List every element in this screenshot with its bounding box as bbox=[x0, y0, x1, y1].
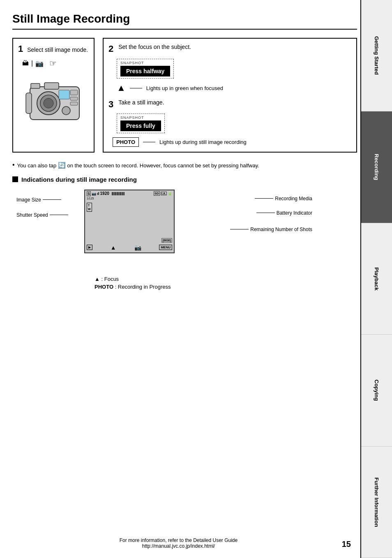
sidebar-tab-further-info[interactable]: Further Information bbox=[361, 447, 392, 558]
bat-bar-7 bbox=[122, 192, 123, 195]
svg-rect-6 bbox=[70, 90, 78, 95]
recording-media-label: Recording Media bbox=[275, 196, 312, 201]
footer: For more information, refer to the Detai… bbox=[0, 537, 357, 549]
bullet-point: • bbox=[12, 161, 15, 169]
bat-bar-5 bbox=[118, 192, 120, 195]
screen-play-icon: ▶ bbox=[87, 245, 92, 250]
bat-bar-6 bbox=[120, 192, 121, 195]
snapshot-label-step2: SNAPSHOT bbox=[120, 61, 144, 65]
footer-url: http://manual.jvc.co.jp/index.html/ bbox=[0, 543, 357, 549]
legend-area: ▲ : Focus PHOTO : Recording in Progress bbox=[95, 276, 357, 290]
indications-label: Indications during still image recording bbox=[21, 176, 137, 183]
screen-ia-box: I.A. bbox=[161, 192, 167, 195]
w-button: W bbox=[88, 207, 91, 211]
screen-camera-small-icon: 📷 bbox=[92, 192, 96, 196]
screen-remaining-value: [6630] bbox=[163, 239, 171, 242]
legend-photo: PHOTO : Recording in Progress bbox=[95, 284, 357, 290]
camera-diagram bbox=[18, 74, 89, 130]
svg-rect-4 bbox=[44, 83, 59, 89]
right-sidebar: Getting Started Recording Playback Copyi… bbox=[361, 0, 392, 558]
screen-right-icons: SD I.A. 🔋 bbox=[154, 191, 172, 196]
image-size-line bbox=[43, 199, 61, 200]
screen-resolution: d bbox=[97, 192, 99, 196]
bat-bar-4 bbox=[117, 192, 118, 195]
image-size-annotation: Image Size bbox=[16, 197, 61, 203]
remaining-shots-annotation: Remaining Number of Shots bbox=[230, 227, 312, 232]
battery-indicator-annotation: Battery Indicator bbox=[256, 210, 312, 216]
indications-section: Indications during still image recording… bbox=[12, 176, 357, 290]
screen-mockup-container: S 📷 d 1920 bbox=[80, 190, 179, 253]
footer-text: For more information, refer to the Detai… bbox=[0, 537, 357, 543]
bat-bar-1 bbox=[112, 192, 113, 195]
svg-point-11 bbox=[62, 107, 70, 115]
screen-shutter-display: 1/125 bbox=[85, 197, 174, 200]
bat-bar-3 bbox=[115, 192, 116, 195]
step2-header: 2 Set the focus on the subject. bbox=[108, 44, 351, 54]
photo-mode-icon: 📷 bbox=[35, 60, 44, 67]
screen-menu-btn: MENU bbox=[159, 245, 172, 250]
shutter-speed-label: Shutter Speed bbox=[16, 212, 48, 218]
still-mode-icon: 🏔 bbox=[22, 60, 29, 67]
section-marker bbox=[12, 176, 18, 182]
remaining-shots-label: Remaining Number of Shots bbox=[250, 227, 312, 232]
snapshot-label-step3: SNAPSHOT bbox=[120, 116, 144, 120]
svg-rect-8 bbox=[70, 102, 78, 105]
step3-number: 3 bbox=[108, 99, 113, 110]
press-fully-btn: Press fully bbox=[120, 120, 161, 131]
camera-svg bbox=[22, 74, 85, 128]
screen-camera-bottom-icon: 📷 bbox=[134, 244, 141, 251]
svg-point-3 bbox=[44, 98, 53, 108]
screen-top-bar: S 📷 d 1920 bbox=[85, 190, 174, 197]
legend-photo-label: PHOTO bbox=[95, 284, 113, 290]
sidebar-tab-getting-started[interactable]: Getting Started bbox=[361, 0, 392, 111]
focus-person-icon: ▲ bbox=[117, 83, 126, 93]
photo-label: PHOTO bbox=[113, 137, 139, 147]
legend-focus-label: : Focus bbox=[101, 276, 119, 282]
focus-description: Lights up in green when focused bbox=[146, 85, 223, 91]
battery-bars bbox=[112, 192, 125, 195]
screen-tw-buttons: T W bbox=[87, 203, 92, 212]
press-halfway-box: SNAPSHOT Press halfway bbox=[117, 59, 174, 79]
recording-media-annotation: Recording Media bbox=[255, 196, 312, 201]
svg-rect-7 bbox=[70, 97, 78, 100]
sidebar-tab-playback[interactable]: Playback bbox=[361, 223, 392, 335]
press-fully-box: SNAPSHOT Press fully bbox=[117, 113, 165, 133]
sidebar-tab-copying[interactable]: Copying bbox=[361, 335, 392, 446]
screen-media-icon: SD bbox=[154, 191, 160, 196]
main-content: Still Image Recording 1 Select still ima… bbox=[12, 0, 357, 290]
step1-number: 1 bbox=[18, 44, 23, 54]
page-title: Still Image Recording bbox=[12, 12, 357, 30]
legend-photo-desc: : Recording in Progress bbox=[115, 284, 171, 290]
note-text: You can also tap 🔄 on the touch screen t… bbox=[17, 161, 259, 170]
photo-indicator-row: PHOTO Lights up during still image recor… bbox=[113, 137, 351, 147]
svg-rect-5 bbox=[31, 83, 40, 88]
focus-indicator-row: ▲ Lights up in green when focused bbox=[117, 83, 351, 93]
svg-rect-9 bbox=[26, 93, 32, 113]
bat-bar-2 bbox=[113, 192, 115, 195]
legend-focus: ▲ : Focus bbox=[95, 276, 357, 282]
step1-text: Select still image mode. bbox=[27, 46, 88, 53]
divider-icon: | bbox=[31, 60, 33, 67]
sidebar-tab-recording[interactable]: Recording bbox=[361, 111, 392, 223]
press-halfway-btn: Press halfway bbox=[120, 66, 170, 76]
step2-number: 2 bbox=[108, 44, 113, 54]
step23-box: 2 Set the focus on the subject. SNAPSHOT… bbox=[103, 38, 357, 153]
focus-line bbox=[130, 88, 142, 88]
camera-touch-icon: 🔄 bbox=[58, 162, 66, 169]
screen-s-icon: S bbox=[87, 191, 91, 196]
remaining-line bbox=[230, 229, 249, 229]
image-size-label: Image Size bbox=[16, 197, 41, 203]
legend-focus-icon: ▲ bbox=[95, 276, 100, 282]
photo-line bbox=[143, 142, 155, 142]
step3-text: Take a still image. bbox=[118, 99, 164, 106]
photo-description: Lights up during still image recording bbox=[159, 139, 247, 145]
indications-title: Indications during still image recording bbox=[12, 176, 357, 183]
screen-focus-person-icon: ▲ bbox=[111, 244, 116, 251]
step3-area: 3 Take a still image. SNAPSHOT Press ful… bbox=[108, 99, 351, 147]
shutter-speed-annotation: Shutter Speed bbox=[16, 212, 68, 218]
screen-shutter-value: 1/125 bbox=[87, 197, 94, 200]
top-section: 1 Select still image mode. 🏔 | 📷 ☞ bbox=[12, 38, 357, 153]
screen-res-value: 1920 bbox=[100, 191, 109, 196]
battery-line bbox=[256, 213, 275, 213]
note-section: • You can also tap 🔄 on the touch screen… bbox=[12, 161, 357, 170]
